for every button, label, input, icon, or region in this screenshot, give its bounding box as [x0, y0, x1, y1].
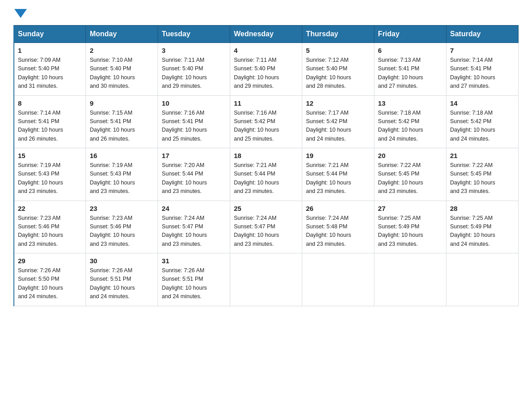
calendar-cell: 3 Sunrise: 7:11 AMSunset: 5:40 PMDayligh… — [158, 43, 230, 96]
day-info: Sunrise: 7:24 AMSunset: 5:48 PMDaylight:… — [306, 215, 351, 247]
calendar-cell: 15 Sunrise: 7:19 AMSunset: 5:43 PMDaylig… — [14, 148, 86, 201]
day-info: Sunrise: 7:24 AMSunset: 5:47 PMDaylight:… — [162, 215, 207, 247]
day-info: Sunrise: 7:23 AMSunset: 5:46 PMDaylight:… — [90, 215, 135, 247]
calendar-cell: 11 Sunrise: 7:16 AMSunset: 5:42 PMDaylig… — [230, 95, 302, 148]
calendar-cell: 22 Sunrise: 7:23 AMSunset: 5:46 PMDaylig… — [14, 201, 86, 253]
calendar-cell: 26 Sunrise: 7:24 AMSunset: 5:48 PMDaylig… — [302, 201, 374, 253]
calendar-cell: 13 Sunrise: 7:18 AMSunset: 5:42 PMDaylig… — [374, 95, 446, 148]
calendar-cell: 6 Sunrise: 7:13 AMSunset: 5:41 PMDayligh… — [374, 43, 446, 96]
calendar-cell: 8 Sunrise: 7:14 AMSunset: 5:41 PMDayligh… — [14, 95, 86, 148]
header-tuesday: Tuesday — [158, 26, 230, 43]
calendar-cell: 17 Sunrise: 7:20 AMSunset: 5:44 PMDaylig… — [158, 148, 230, 201]
day-info: Sunrise: 7:16 AMSunset: 5:41 PMDaylight:… — [162, 110, 207, 142]
day-info: Sunrise: 7:21 AMSunset: 5:44 PMDaylight:… — [234, 162, 279, 194]
calendar-cell: 14 Sunrise: 7:18 AMSunset: 5:42 PMDaylig… — [446, 95, 519, 148]
svg-marker-0 — [14, 9, 27, 18]
day-number: 13 — [378, 99, 442, 107]
day-info: Sunrise: 7:26 AMSunset: 5:51 PMDaylight:… — [162, 267, 207, 300]
day-number: 17 — [162, 152, 226, 159]
calendar-cell: 16 Sunrise: 7:19 AMSunset: 5:43 PMDaylig… — [86, 148, 158, 201]
day-number: 23 — [90, 205, 154, 212]
day-info: Sunrise: 7:10 AMSunset: 5:40 PMDaylight:… — [90, 57, 135, 89]
day-info: Sunrise: 7:21 AMSunset: 5:44 PMDaylight:… — [306, 162, 351, 194]
day-info: Sunrise: 7:14 AMSunset: 5:41 PMDaylight:… — [18, 110, 63, 142]
calendar-table: SundayMondayTuesdayWednesdayThursdayFrid… — [13, 25, 519, 306]
calendar-cell: 25 Sunrise: 7:24 AMSunset: 5:47 PMDaylig… — [230, 201, 302, 253]
day-info: Sunrise: 7:26 AMSunset: 5:51 PMDaylight:… — [90, 267, 135, 300]
calendar-header-row: SundayMondayTuesdayWednesdayThursdayFrid… — [14, 26, 519, 43]
calendar-cell — [302, 253, 374, 306]
day-number: 2 — [90, 47, 154, 54]
day-number: 9 — [90, 99, 154, 107]
day-info: Sunrise: 7:12 AMSunset: 5:40 PMDaylight:… — [306, 57, 351, 89]
day-number: 20 — [378, 152, 442, 159]
day-number: 25 — [234, 205, 298, 212]
day-number: 15 — [18, 152, 82, 159]
calendar-cell: 5 Sunrise: 7:12 AMSunset: 5:40 PMDayligh… — [302, 43, 374, 96]
day-info: Sunrise: 7:09 AMSunset: 5:40 PMDaylight:… — [18, 57, 63, 89]
calendar-cell: 27 Sunrise: 7:25 AMSunset: 5:49 PMDaylig… — [374, 201, 446, 253]
calendar-cell: 10 Sunrise: 7:16 AMSunset: 5:41 PMDaylig… — [158, 95, 230, 148]
day-info: Sunrise: 7:25 AMSunset: 5:49 PMDaylight:… — [450, 215, 495, 247]
day-info: Sunrise: 7:24 AMSunset: 5:47 PMDaylight:… — [234, 215, 279, 247]
day-info: Sunrise: 7:11 AMSunset: 5:40 PMDaylight:… — [162, 57, 207, 89]
calendar-cell: 31 Sunrise: 7:26 AMSunset: 5:51 PMDaylig… — [158, 253, 230, 306]
day-number: 7 — [450, 47, 515, 54]
calendar-cell — [230, 253, 302, 306]
week-row-5: 29 Sunrise: 7:26 AMSunset: 5:50 PMDaylig… — [14, 253, 519, 306]
calendar-cell: 20 Sunrise: 7:22 AMSunset: 5:45 PMDaylig… — [374, 148, 446, 201]
day-number: 5 — [306, 47, 370, 54]
day-number: 30 — [90, 257, 154, 265]
day-number: 31 — [162, 257, 226, 265]
week-row-2: 8 Sunrise: 7:14 AMSunset: 5:41 PMDayligh… — [14, 95, 519, 148]
calendar-cell: 29 Sunrise: 7:26 AMSunset: 5:50 PMDaylig… — [14, 253, 86, 306]
day-info: Sunrise: 7:22 AMSunset: 5:45 PMDaylight:… — [450, 162, 495, 194]
header-thursday: Thursday — [302, 26, 374, 43]
day-info: Sunrise: 7:15 AMSunset: 5:41 PMDaylight:… — [90, 110, 135, 142]
calendar-cell: 19 Sunrise: 7:21 AMSunset: 5:44 PMDaylig… — [302, 148, 374, 201]
day-number: 27 — [378, 205, 442, 212]
day-number: 28 — [450, 205, 515, 212]
calendar-cell: 4 Sunrise: 7:11 AMSunset: 5:40 PMDayligh… — [230, 43, 302, 96]
header-saturday: Saturday — [446, 26, 519, 43]
week-row-3: 15 Sunrise: 7:19 AMSunset: 5:43 PMDaylig… — [14, 148, 519, 201]
day-info: Sunrise: 7:23 AMSunset: 5:46 PMDaylight:… — [18, 215, 63, 247]
day-number: 1 — [18, 47, 82, 54]
header-wednesday: Wednesday — [230, 26, 302, 43]
calendar-cell: 24 Sunrise: 7:24 AMSunset: 5:47 PMDaylig… — [158, 201, 230, 253]
day-number: 11 — [234, 99, 298, 107]
day-info: Sunrise: 7:14 AMSunset: 5:41 PMDaylight:… — [450, 57, 495, 89]
day-info: Sunrise: 7:25 AMSunset: 5:49 PMDaylight:… — [378, 215, 423, 247]
day-number: 10 — [162, 99, 226, 107]
calendar-cell: 23 Sunrise: 7:23 AMSunset: 5:46 PMDaylig… — [86, 201, 158, 253]
page-header — [13, 9, 519, 17]
day-info: Sunrise: 7:18 AMSunset: 5:42 PMDaylight:… — [378, 110, 423, 142]
header-sunday: Sunday — [14, 26, 86, 43]
calendar-cell: 18 Sunrise: 7:21 AMSunset: 5:44 PMDaylig… — [230, 148, 302, 201]
day-number: 12 — [306, 99, 370, 107]
day-info: Sunrise: 7:17 AMSunset: 5:42 PMDaylight:… — [306, 110, 351, 142]
header-monday: Monday — [86, 26, 158, 43]
day-info: Sunrise: 7:19 AMSunset: 5:43 PMDaylight:… — [18, 162, 63, 194]
calendar-cell — [446, 253, 519, 306]
calendar-cell: 7 Sunrise: 7:14 AMSunset: 5:41 PMDayligh… — [446, 43, 519, 96]
day-info: Sunrise: 7:11 AMSunset: 5:40 PMDaylight:… — [234, 57, 279, 89]
calendar-cell: 2 Sunrise: 7:10 AMSunset: 5:40 PMDayligh… — [86, 43, 158, 96]
day-number: 4 — [234, 47, 298, 54]
day-info: Sunrise: 7:19 AMSunset: 5:43 PMDaylight:… — [90, 162, 135, 194]
calendar-cell: 21 Sunrise: 7:22 AMSunset: 5:45 PMDaylig… — [446, 148, 519, 201]
calendar-cell: 28 Sunrise: 7:25 AMSunset: 5:49 PMDaylig… — [446, 201, 519, 253]
calendar-cell: 1 Sunrise: 7:09 AMSunset: 5:40 PMDayligh… — [14, 43, 86, 96]
day-info: Sunrise: 7:18 AMSunset: 5:42 PMDaylight:… — [450, 110, 495, 142]
day-number: 29 — [18, 257, 82, 265]
logo — [13, 9, 27, 17]
day-number: 8 — [18, 99, 82, 107]
calendar-cell: 30 Sunrise: 7:26 AMSunset: 5:51 PMDaylig… — [86, 253, 158, 306]
calendar-cell: 12 Sunrise: 7:17 AMSunset: 5:42 PMDaylig… — [302, 95, 374, 148]
day-number: 21 — [450, 152, 515, 159]
day-number: 22 — [18, 205, 82, 212]
day-number: 18 — [234, 152, 298, 159]
day-number: 6 — [378, 47, 442, 54]
day-number: 3 — [162, 47, 226, 54]
day-info: Sunrise: 7:26 AMSunset: 5:50 PMDaylight:… — [18, 267, 63, 300]
